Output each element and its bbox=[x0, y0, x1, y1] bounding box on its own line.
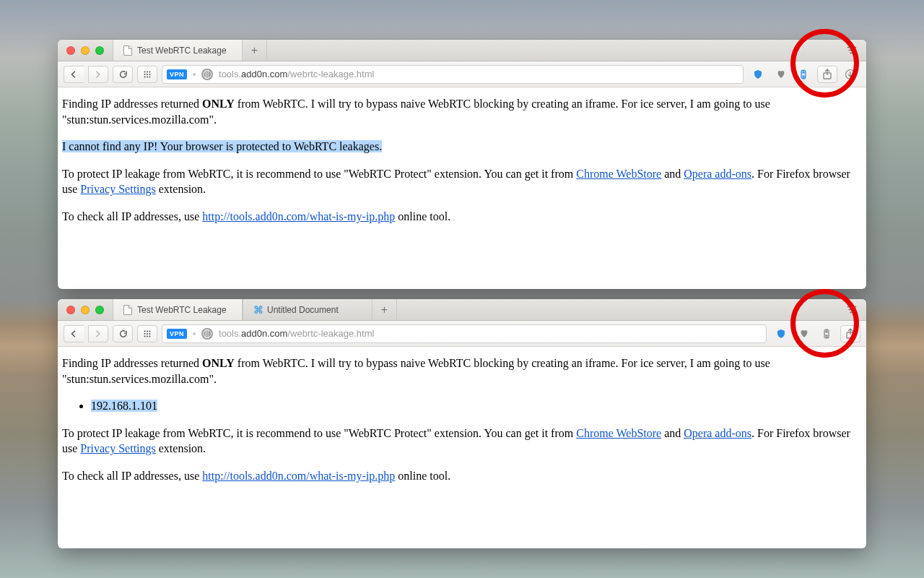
close-window-button[interactable] bbox=[66, 306, 75, 314]
extension-shield-icon[interactable] bbox=[748, 66, 768, 83]
tab-bar: Test WebRTC Leakage + bbox=[58, 40, 866, 61]
browser-window-protected: Test WebRTC Leakage + VPN tools.add0n.co… bbox=[58, 40, 866, 289]
result-paragraph: I cannot find any IP! Your browser is pr… bbox=[62, 139, 862, 155]
address-bar[interactable]: VPN tools.add0n.com/webrtc-leakage.html bbox=[162, 65, 744, 84]
tab-menu-button[interactable] bbox=[842, 299, 862, 320]
minimize-window-button[interactable] bbox=[81, 46, 90, 55]
tab-title: Test WebRTC Leakage bbox=[137, 305, 227, 315]
speed-dial-button[interactable] bbox=[137, 325, 157, 342]
ipcheck-paragraph: To check all IP addresses, use http://to… bbox=[62, 468, 862, 484]
chrome-webstore-link[interactable]: Chrome WebStore bbox=[576, 427, 661, 439]
vpn-badge[interactable]: VPN bbox=[167, 329, 187, 339]
speed-dial-button[interactable] bbox=[137, 66, 157, 83]
ipcheck-paragraph: To check all IP addresses, use http://to… bbox=[62, 209, 862, 225]
page-content: Finding IP addresses returned ONLY from … bbox=[58, 347, 866, 504]
tab-inactive[interactable]: ⌘ Untitled Document bbox=[243, 299, 372, 320]
privacy-settings-link[interactable]: Privacy Settings bbox=[80, 442, 155, 454]
highlighted-ip: 192.168.1.101 bbox=[91, 400, 157, 412]
reload-button[interactable] bbox=[113, 66, 133, 83]
toolbar: VPN tools.add0n.com/webrtc-leakage.html bbox=[58, 61, 866, 87]
intro-paragraph: Finding IP addresses returned ONLY from … bbox=[62, 355, 862, 387]
minimize-window-button[interactable] bbox=[81, 306, 90, 314]
zoom-window-button[interactable] bbox=[95, 46, 104, 55]
what-is-my-ip-link[interactable]: http://tools.add0n.com/what-is-my-ip.php bbox=[202, 470, 395, 482]
globe-icon bbox=[201, 328, 213, 340]
separator-dot bbox=[193, 332, 196, 335]
tab-bar: Test WebRTC Leakage ⌘ Untitled Document … bbox=[58, 299, 866, 321]
tab-title: Test WebRTC Leakage bbox=[137, 46, 227, 56]
protect-paragraph: To protect IP leakage from WebRTC, it is… bbox=[62, 426, 862, 457]
extension-shield-icon[interactable] bbox=[771, 325, 791, 342]
separator-dot bbox=[193, 73, 196, 76]
what-is-my-ip-link[interactable]: http://tools.add0n.com/what-is-my-ip.php bbox=[202, 210, 395, 223]
back-button[interactable] bbox=[64, 66, 84, 83]
file-icon bbox=[123, 46, 132, 56]
tab-title: Untitled Document bbox=[267, 305, 339, 315]
new-tab-button[interactable]: + bbox=[243, 40, 267, 61]
tab-active[interactable]: Test WebRTC Leakage bbox=[113, 299, 243, 320]
chrome-webstore-link[interactable]: Chrome WebStore bbox=[576, 168, 661, 180]
intro-paragraph: Finding IP addresses returned ONLY from … bbox=[62, 96, 862, 127]
ip-list: 192.168.1.101 bbox=[79, 398, 862, 414]
back-button[interactable] bbox=[64, 325, 84, 342]
new-tab-button[interactable]: + bbox=[372, 299, 397, 320]
bookmark-heart-icon[interactable] bbox=[771, 66, 791, 83]
toolbar: VPN tools.add0n.com/webrtc-leakage.html bbox=[58, 321, 866, 347]
window-controls bbox=[58, 299, 113, 320]
forward-button[interactable] bbox=[88, 325, 108, 342]
opera-addons-link[interactable]: Opera add-ons bbox=[684, 168, 751, 180]
opera-addons-link[interactable]: Opera add-ons bbox=[684, 427, 751, 439]
opera-flow-icon[interactable] bbox=[817, 325, 837, 342]
reload-button[interactable] bbox=[113, 325, 133, 342]
bookmark-heart-icon[interactable] bbox=[794, 325, 814, 342]
close-window-button[interactable] bbox=[66, 46, 75, 55]
file-icon bbox=[123, 305, 132, 315]
extension-icon: ⌘ bbox=[253, 304, 262, 316]
opera-flow-icon[interactable] bbox=[794, 66, 814, 83]
list-item: 192.168.1.101 bbox=[91, 398, 862, 414]
tab-active[interactable]: Test WebRTC Leakage bbox=[113, 40, 243, 61]
forward-button[interactable] bbox=[88, 66, 108, 83]
toolbar-right-icons bbox=[748, 66, 860, 83]
url-text: tools.add0n.com/webrtc-leakage.html bbox=[219, 328, 374, 339]
page-content: Finding IP addresses returned ONLY from … bbox=[58, 87, 866, 245]
browser-window-leaking: Test WebRTC Leakage ⌘ Untitled Document … bbox=[58, 299, 866, 548]
protect-paragraph: To protect IP leakage from WebRTC, it is… bbox=[62, 166, 862, 197]
toolbar-right-icons bbox=[771, 325, 860, 342]
share-button[interactable] bbox=[817, 66, 837, 83]
zoom-window-button[interactable] bbox=[95, 306, 104, 314]
share-button[interactable] bbox=[840, 325, 860, 342]
downloads-button[interactable] bbox=[840, 66, 860, 83]
vpn-badge[interactable]: VPN bbox=[167, 69, 187, 79]
tab-menu-button[interactable] bbox=[842, 40, 862, 61]
url-text: tools.add0n.com/webrtc-leakage.html bbox=[219, 69, 374, 79]
globe-icon bbox=[201, 69, 213, 80]
address-bar[interactable]: VPN tools.add0n.com/webrtc-leakage.html bbox=[162, 324, 767, 343]
privacy-settings-link[interactable]: Privacy Settings bbox=[80, 183, 155, 195]
highlighted-result: I cannot find any IP! Your browser is pr… bbox=[62, 140, 382, 152]
window-controls bbox=[58, 40, 113, 61]
